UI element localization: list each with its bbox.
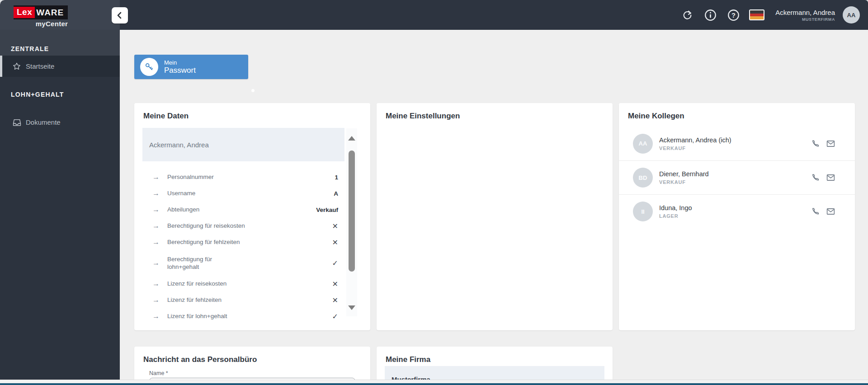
language-flag-german[interactable] [749, 9, 764, 20]
scroll-down-arrow[interactable] [348, 305, 355, 310]
section-label: ZENTRALE [11, 45, 49, 52]
logo-area: LexWARE myCenter [0, 0, 120, 30]
sidebar-section-zentrale: ZENTRALE [0, 30, 120, 56]
logo-mycenter: myCenter [14, 20, 68, 28]
name-field-label: Name * [149, 370, 168, 376]
kollege-info: Diener, Bernhard VERKAUF [659, 170, 709, 185]
svg-text:?: ? [731, 11, 736, 19]
kollege-row[interactable]: BD Diener, Bernhard VERKAUF [619, 160, 855, 194]
arrow-right-icon: → [152, 238, 161, 246]
window-bottom-frame [0, 380, 868, 385]
lexware-logo-box: LexWARE [14, 5, 68, 19]
check-mark: ✓ [332, 312, 338, 321]
list-item: → Berechtigung für fehlzeiten ✕ [142, 234, 344, 250]
arrow-right-icon: → [152, 222, 161, 230]
scrollbar[interactable] [346, 128, 357, 316]
arrow-right-icon: → [152, 173, 161, 181]
meine-daten-list: → Personalnummer 1 → Username A → Abteil… [142, 169, 344, 324]
section-label: LOHN+GEHALT [11, 91, 64, 98]
kollege-info: Ackermann, Andrea (ich) VERKAUF [659, 136, 731, 151]
card-title: Meine Daten [143, 112, 189, 121]
phone-icon[interactable] [811, 139, 820, 148]
mein-passwort-button[interactable]: Mein Passwort [134, 55, 248, 79]
inbox-icon [12, 117, 22, 127]
kollege-row[interactable]: II Iduna, Ingo LAGER [619, 194, 855, 228]
scroll-up-arrow[interactable] [348, 136, 355, 141]
user-company: MUSTERFIRMA [775, 17, 835, 22]
arrow-right-icon: → [152, 280, 161, 288]
kollege-row[interactable]: AA Ackermann, Andrea (ich) VERKAUF [619, 127, 855, 160]
arrow-right-icon: → [152, 206, 161, 214]
sidebar-item-dokumente[interactable]: Dokumente [0, 112, 120, 133]
check-mark: ✓ [332, 259, 338, 268]
app-window: LexWARE myCenter [0, 0, 868, 385]
mail-icon[interactable] [826, 173, 835, 183]
card-meine-kollegen: Meine Kollegen AA Ackermann, Andrea (ich… [619, 103, 855, 330]
mail-icon[interactable] [826, 207, 835, 216]
sidebar: ZENTRALE Startseite LOHN+GEHALT Dokument… [0, 30, 120, 385]
card-meine-einstellungen: Meine Einstellungen [377, 103, 613, 330]
row-actions [811, 207, 835, 216]
refresh-icon[interactable] [681, 9, 693, 21]
help-icon[interactable]: ? [727, 9, 740, 21]
sidebar-item-startseite[interactable]: Startseite [0, 56, 120, 77]
logo-ware: WARE [36, 8, 64, 18]
star-icon [12, 62, 21, 71]
arrow-right-icon: → [152, 259, 161, 267]
card-title: Nachricht an das Personalbüro [143, 355, 257, 364]
cross-mark: ✕ [332, 296, 338, 305]
list-item: → Berechtigung für reisekosten ✕ [142, 218, 344, 234]
key-icon [140, 58, 158, 76]
list-item: → Abteilungen Verkauf [142, 202, 344, 218]
phone-icon[interactable] [811, 207, 820, 216]
password-button-label: Mein Passwort [164, 59, 196, 75]
cards-row-top: Meine Daten Ackermann, Andrea → Personal… [134, 103, 855, 330]
row-value: Verkauf [316, 207, 338, 213]
card-title: Meine Firma [386, 355, 430, 364]
arrow-right-icon: → [152, 189, 161, 197]
card-title: Meine Einstellungen [386, 112, 460, 121]
list-item: → Personalnummer 1 [142, 169, 344, 185]
list-item: → Lizenz für lohn+gehalt ✓ [142, 308, 344, 324]
card-meine-daten: Meine Daten Ackermann, Andrea → Personal… [134, 103, 370, 330]
lexware-logo: LexWARE myCenter [14, 5, 68, 28]
user-name: Ackermann, Andrea [775, 9, 835, 16]
list-item: → Lizenz für fehlzeiten ✕ [142, 292, 344, 308]
scrollbar-thumb[interactable] [349, 150, 355, 272]
collapse-sidebar-button[interactable] [112, 7, 128, 23]
avatar: BD [633, 168, 653, 188]
topbar: ? Ackermann, Andrea MUSTERFIRMA AA [120, 0, 868, 30]
phone-icon[interactable] [811, 173, 820, 183]
list-item: → Lizenz für reisekosten ✕ [142, 276, 344, 292]
cross-mark: ✕ [332, 222, 338, 230]
sidebar-section-lohngehalt: LOHN+GEHALT [0, 91, 120, 109]
avatar: AA [633, 134, 653, 154]
row-actions [811, 173, 835, 183]
user-menu[interactable]: Ackermann, Andrea MUSTERFIRMA [775, 9, 835, 22]
cross-mark: ✕ [332, 280, 338, 288]
info-icon[interactable] [704, 9, 717, 21]
cross-mark: ✕ [332, 238, 338, 247]
row-value: 1 [335, 174, 338, 181]
list-item: → Berechtigung für lohn+gehalt ✓ [142, 250, 344, 276]
mail-icon[interactable] [826, 139, 835, 148]
avatar[interactable]: AA [843, 6, 860, 23]
card-title: Meine Kollegen [628, 112, 684, 121]
kollege-info: Iduna, Ingo LAGER [659, 204, 692, 219]
list-item: → Username A [142, 185, 344, 202]
person-name: Ackermann, Andrea [149, 141, 209, 149]
logo-lex: Lex [14, 7, 35, 18]
sidebar-item-label: Startseite [26, 62, 54, 70]
chevron-left-icon [115, 11, 124, 20]
avatar: II [633, 202, 653, 221]
row-actions [811, 139, 835, 148]
row-value: A [334, 190, 338, 197]
header: LexWARE myCenter [0, 0, 868, 30]
cursor-artifact [251, 89, 255, 92]
arrow-right-icon: → [152, 312, 161, 320]
main-content: Mein Passwort Meine Daten Ackermann, And… [120, 30, 868, 385]
topbar-actions: ? Ackermann, Andrea MUSTERFIRMA AA [681, 0, 860, 30]
arrow-right-icon: → [152, 296, 161, 304]
person-header[interactable]: Ackermann, Andrea [142, 128, 344, 161]
sidebar-item-label: Dokumente [26, 118, 61, 126]
